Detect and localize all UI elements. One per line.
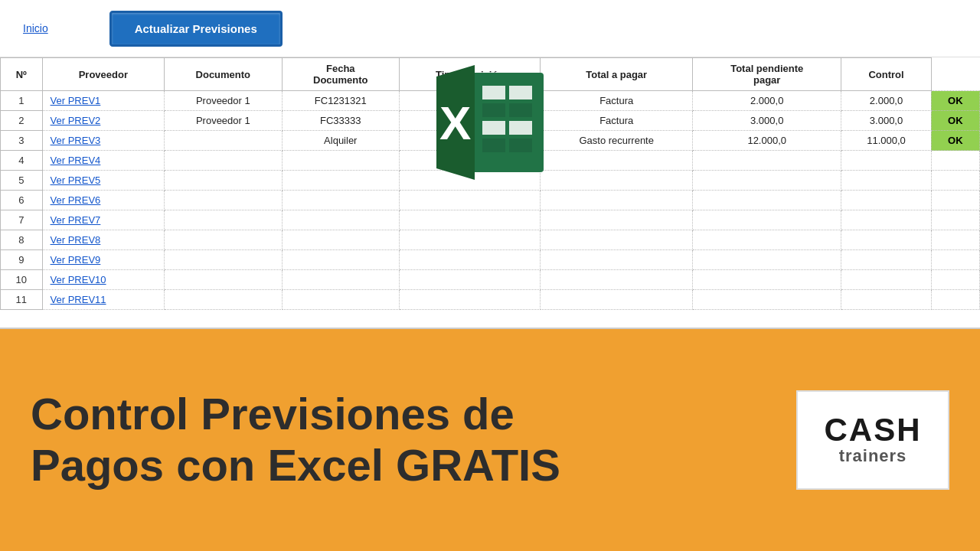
row-number: 11 <box>1 290 43 310</box>
cell-control <box>931 191 979 210</box>
table-row: 9Ver PREV9 <box>1 250 980 270</box>
table-row: 7Ver PREV7 <box>1 210 980 230</box>
prev-link[interactable]: Ver PREV9 <box>42 250 165 270</box>
svg-rect-7 <box>482 139 505 152</box>
main-title: Control Previsiones de Pagos con Excel G… <box>31 389 796 491</box>
row-number: 3 <box>1 131 43 151</box>
cell-pendiente <box>841 290 931 310</box>
cell-tipo <box>541 171 693 191</box>
cell-tipo <box>541 230 693 250</box>
cell-control: OK <box>931 91 979 111</box>
cell-tipo <box>541 191 693 210</box>
cell-proveedor <box>165 270 282 290</box>
cell-documento <box>282 250 399 270</box>
cell-control <box>931 290 979 310</box>
prev-link[interactable]: Ver PREV5 <box>42 171 165 191</box>
cell-pendiente: 3.000,0 <box>841 111 931 131</box>
col-num: Nº <box>1 58 43 91</box>
row-number: 6 <box>1 191 43 210</box>
prev-link[interactable]: Ver PREV1 <box>42 91 165 111</box>
table-row: 6Ver PREV6 <box>1 191 980 210</box>
cell-proveedor <box>165 230 282 250</box>
cell-control <box>931 210 979 230</box>
svg-rect-8 <box>509 139 532 152</box>
cell-documento <box>282 191 399 210</box>
cell-total <box>693 210 841 230</box>
cell-pendiente <box>841 230 931 250</box>
table-row: 8Ver PREV8 <box>1 230 980 250</box>
cell-tipo <box>541 210 693 230</box>
cell-proveedor <box>165 151 282 171</box>
cell-proveedor <box>165 290 282 310</box>
svg-rect-1 <box>482 86 505 99</box>
prev-link[interactable]: Ver PREV6 <box>42 191 165 210</box>
cell-fecha <box>400 230 541 250</box>
inicio-link[interactable]: Inicio <box>23 22 48 34</box>
cash-text: CASH <box>824 414 921 446</box>
cell-total: 3.000,0 <box>693 111 841 131</box>
col-pendiente: Total pendientepagar <box>693 58 841 91</box>
cell-control <box>931 270 979 290</box>
cell-documento: Alquiler <box>282 131 399 151</box>
title-line1: Control Previsiones de <box>31 389 514 439</box>
prev-link[interactable]: Ver PREV7 <box>42 210 165 230</box>
update-previsiones-button[interactable]: Actualizar Previsiones <box>109 11 283 47</box>
cell-control <box>931 151 979 171</box>
row-number: 8 <box>1 230 43 250</box>
cell-total <box>693 270 841 290</box>
spreadsheet-area: Inicio Actualizar Previsiones <box>0 0 980 329</box>
prev-link[interactable]: Ver PREV10 <box>42 270 165 290</box>
trainers-text: trainers <box>839 446 907 466</box>
cell-documento <box>282 290 399 310</box>
cell-total <box>693 191 841 210</box>
col-proveedor: Proveedor <box>42 58 165 91</box>
cell-pendiente: 2.000,0 <box>841 91 931 111</box>
cell-proveedor <box>165 171 282 191</box>
prev-link[interactable]: Ver PREV3 <box>42 131 165 151</box>
cell-fecha <box>400 250 541 270</box>
cell-control: OK <box>931 131 979 151</box>
prev-link[interactable]: Ver PREV11 <box>42 290 165 310</box>
cell-total <box>693 151 841 171</box>
col-documento: Documento <box>165 58 282 91</box>
cell-pendiente <box>841 250 931 270</box>
cell-proveedor <box>165 191 282 210</box>
cell-pendiente: 11.000,0 <box>841 131 931 151</box>
prev-link[interactable]: Ver PREV4 <box>42 151 165 171</box>
cell-fecha <box>400 210 541 230</box>
cell-pendiente <box>841 171 931 191</box>
cell-proveedor <box>165 250 282 270</box>
cell-proveedor: Proveedor 1 <box>165 111 282 131</box>
cell-proveedor <box>165 210 282 230</box>
cell-fecha <box>400 290 541 310</box>
top-bar: Inicio Actualizar Previsiones <box>0 0 980 57</box>
cell-total <box>693 250 841 270</box>
cell-control <box>931 230 979 250</box>
prev-link[interactable]: Ver PREV8 <box>42 230 165 250</box>
cell-tipo <box>541 270 693 290</box>
prev-link[interactable]: Ver PREV2 <box>42 111 165 131</box>
col-total: Total a pagar <box>541 58 693 91</box>
cell-control <box>931 250 979 270</box>
cell-tipo <box>541 151 693 171</box>
cell-total: 12.000,0 <box>693 131 841 151</box>
excel-logo: X <box>429 61 551 184</box>
cell-documento <box>282 151 399 171</box>
cash-trainers-logo: CASH trainers <box>796 390 949 490</box>
cell-proveedor <box>165 131 282 151</box>
svg-rect-2 <box>509 86 532 99</box>
cell-fecha <box>400 191 541 210</box>
cell-control <box>931 171 979 191</box>
cell-control: OK <box>931 111 979 131</box>
cell-fecha <box>400 270 541 290</box>
cell-pendiente <box>841 270 931 290</box>
title-line2: Pagos con Excel GRATIS <box>31 440 560 490</box>
row-number: 1 <box>1 91 43 111</box>
row-number: 9 <box>1 250 43 270</box>
cell-tipo <box>541 290 693 310</box>
svg-rect-3 <box>482 103 505 117</box>
cell-total <box>693 230 841 250</box>
row-number: 5 <box>1 171 43 191</box>
cell-tipo: Gasto recurrente <box>541 131 693 151</box>
svg-rect-4 <box>509 103 532 117</box>
